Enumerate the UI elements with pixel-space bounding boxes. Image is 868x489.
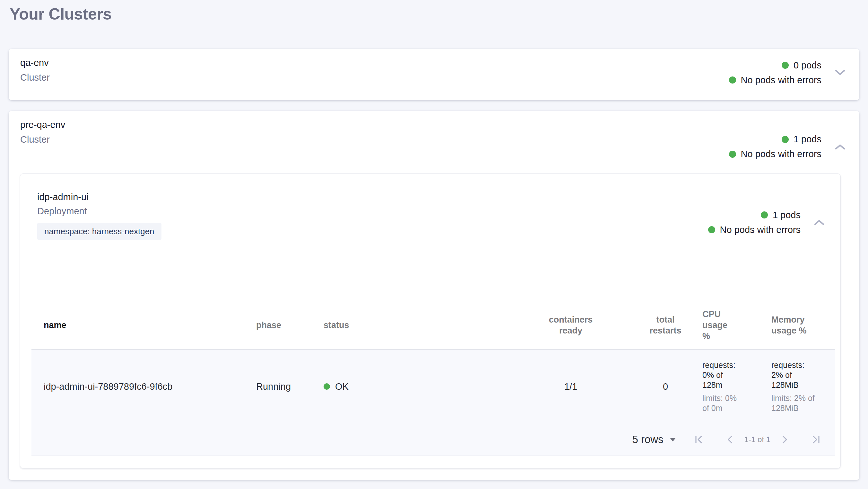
- pod-name-cell: idp-admin-ui-7889789fc6-9f6cb: [31, 381, 256, 392]
- table-body: idp-admin-ui-7889789fc6-9f6cb Running OK…: [31, 349, 835, 456]
- pod-badges: 1 pods No pods with errors: [729, 132, 822, 162]
- cluster-info: pre-qa-env Cluster: [20, 117, 65, 173]
- column-header-status: status: [323, 320, 503, 330]
- namespace-chip: namespace: harness-nextgen: [37, 223, 161, 240]
- chevron-down-icon[interactable]: [835, 70, 845, 76]
- pods-count-badge: 1 pods: [782, 132, 822, 147]
- chevron-up-icon[interactable]: [835, 144, 845, 150]
- caret-down-icon: [670, 438, 676, 441]
- pod-status-label: OK: [335, 381, 349, 392]
- pod-badges: 0 pods No pods with errors: [729, 58, 822, 87]
- cpu-limits: limits: 0% of 0m: [702, 393, 743, 413]
- table-row[interactable]: idp-admin-ui-7889789fc6-9f6cb Running OK…: [31, 350, 835, 424]
- table-header-row: name phase status containers ready total…: [31, 301, 835, 349]
- column-header-name: name: [31, 320, 256, 330]
- last-page-button[interactable]: [811, 435, 820, 444]
- deployment-status-area: 1 pods No pods with errors: [708, 205, 824, 240]
- column-header-cpu-usage: CPU usage %: [693, 309, 757, 342]
- clusters-page: Your Clusters qa-env Cluster 0 pods No p…: [0, 4, 868, 489]
- cpu-requests: requests: 0% of 128m: [702, 360, 740, 390]
- cluster-card-qa-env: qa-env Cluster 0 pods No pods with error…: [9, 49, 859, 100]
- memory-usage-cell: requests: 2% of 128MiB limits: 2% of 128…: [757, 360, 835, 413]
- green-dot-icon: [323, 383, 330, 390]
- pods-errors-badge: No pods with errors: [708, 222, 801, 237]
- memory-requests: requests: 2% of 128MiB: [771, 360, 812, 390]
- cpu-usage-cell: requests: 0% of 128m limits: 0% of 0m: [693, 360, 757, 413]
- rows-per-page-label: 5 rows: [632, 433, 663, 445]
- cluster-name: qa-env: [20, 55, 50, 70]
- cluster-kind: Cluster: [20, 132, 65, 147]
- pod-badges: 1 pods No pods with errors: [708, 207, 801, 237]
- column-header-containers-ready: containers ready: [503, 314, 638, 336]
- rows-per-page-select[interactable]: 5 rows: [632, 433, 675, 445]
- green-dot-icon: [729, 77, 736, 84]
- first-page-button[interactable]: [694, 435, 703, 444]
- pods-count-badge: 0 pods: [782, 58, 822, 73]
- cluster-info: qa-env Cluster: [20, 55, 50, 87]
- column-header-phase: phase: [256, 320, 323, 330]
- pods-count-badge: 1 pods: [761, 207, 801, 222]
- next-page-button[interactable]: [781, 435, 788, 444]
- pods-errors-label: No pods with errors: [720, 225, 801, 235]
- deployment-info: idp-admin-ui Deployment namespace: harne…: [37, 190, 161, 240]
- green-dot-icon: [782, 62, 789, 69]
- pods-errors-badge: No pods with errors: [729, 147, 822, 162]
- green-dot-icon: [761, 211, 768, 219]
- pods-errors-badge: No pods with errors: [729, 73, 822, 87]
- cluster-status-area: 1 pods No pods with errors: [729, 120, 845, 173]
- containers-ready-cell: 1/1: [503, 381, 638, 392]
- pods-errors-label: No pods with errors: [741, 149, 822, 160]
- pods-count-label: 0 pods: [794, 60, 822, 71]
- deployment-card-idp-admin-ui: idp-admin-ui Deployment namespace: harne…: [20, 173, 841, 468]
- column-header-total-restarts: total restarts: [638, 314, 693, 336]
- table-pagination: 5 rows 1-1 of: [31, 424, 835, 456]
- pods-table: name phase status containers ready total…: [31, 301, 835, 456]
- chevron-right-icon: [781, 435, 788, 444]
- cluster-status-area: 0 pods No pods with errors: [729, 58, 845, 87]
- deployment-kind: Deployment: [37, 204, 161, 218]
- pods-count-label: 1 pods: [773, 210, 801, 221]
- cluster-kind: Cluster: [20, 70, 50, 85]
- pagination-range-label: 1-1 of 1: [744, 435, 770, 444]
- column-header-memory-usage: Memory usage %: [757, 314, 835, 336]
- cluster-card-pre-qa-env: pre-qa-env Cluster 1 pods No pods with e…: [9, 111, 859, 480]
- cluster-name: pre-qa-env: [20, 117, 65, 132]
- deployment-name: idp-admin-ui: [37, 190, 161, 204]
- first-page-icon: [694, 435, 703, 444]
- chevron-left-icon: [726, 435, 734, 444]
- green-dot-icon: [782, 136, 789, 143]
- pod-status-cell: OK: [323, 381, 503, 392]
- last-page-icon: [811, 435, 820, 444]
- total-restarts-cell: 0: [638, 381, 693, 392]
- deployment-header[interactable]: idp-admin-ui Deployment namespace: harne…: [20, 174, 840, 240]
- cluster-card-header[interactable]: pre-qa-env Cluster 1 pods No pods with e…: [9, 111, 859, 173]
- chevron-up-icon[interactable]: [814, 220, 824, 225]
- page-title: Your Clusters: [10, 4, 868, 24]
- pods-count-label: 1 pods: [794, 134, 822, 145]
- pod-phase-cell: Running: [256, 381, 323, 392]
- green-dot-icon: [708, 226, 715, 233]
- cluster-card-header[interactable]: qa-env Cluster 0 pods No pods with error…: [9, 49, 859, 87]
- memory-limits: limits: 2% of 128MiB: [771, 393, 818, 413]
- previous-page-button[interactable]: [726, 435, 734, 444]
- pods-errors-label: No pods with errors: [741, 75, 822, 85]
- green-dot-icon: [729, 151, 736, 158]
